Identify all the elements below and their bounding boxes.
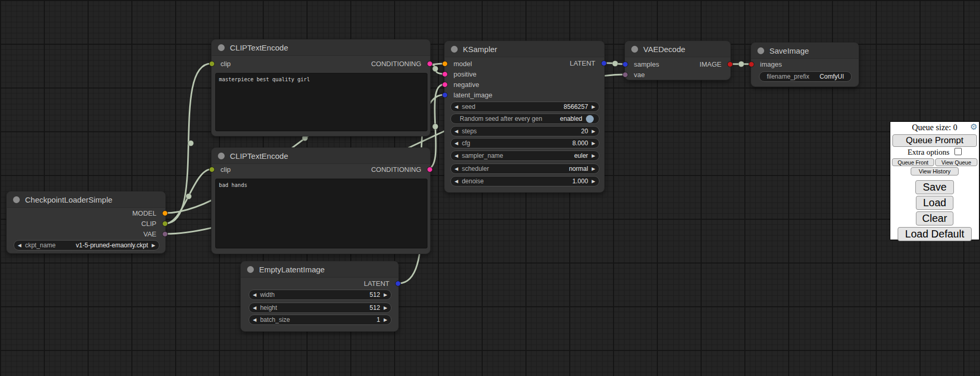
decrement-arrow-icon[interactable]: ◀ [249,290,260,300]
increment-arrow-icon[interactable]: ▶ [148,240,159,250]
port-dot-latent[interactable] [622,61,628,67]
node-ksampler[interactable]: KSampler model positive negative latent_… [444,41,605,193]
node-title-bar[interactable]: SaveImage [751,43,859,59]
output-port-latent[interactable]: LATENT [570,60,604,67]
link-midpoint-dot[interactable] [186,194,192,199]
scheduler-widget[interactable]: ◀ scheduler normal ▶ [450,164,599,174]
decrement-arrow-icon[interactable]: ◀ [249,303,260,313]
increment-arrow-icon[interactable]: ▶ [588,138,599,148]
port-dot-latent[interactable] [442,92,448,98]
save-button[interactable]: Save [915,180,954,194]
collapse-dot-icon[interactable] [451,46,458,53]
output-port-vae[interactable]: VAE [143,231,165,238]
port-dot-vae[interactable] [622,72,628,78]
decrement-arrow-icon[interactable]: ◀ [451,138,462,148]
port-dot-latent[interactable] [395,281,401,286]
port-dot-clip[interactable] [209,61,215,67]
collapse-dot-icon[interactable] [13,196,20,203]
input-port-clip[interactable]: clip [212,166,231,173]
cfg-widget[interactable]: ◀ cfg 8.000 ▶ [450,138,599,148]
collapse-dot-icon[interactable] [247,266,254,273]
port-dot-conditioning[interactable] [442,82,448,87]
node-save-image[interactable]: SaveImage images filename_prefix ComfyUI [751,42,859,87]
node-clip-text-encode-negative[interactable]: CLIPTextEncode clip CONDITIONING bad han… [211,147,431,254]
collapse-dot-icon[interactable] [757,47,764,54]
output-port-conditioning[interactable]: CONDITIONING [371,166,430,173]
decrement-arrow-icon[interactable]: ◀ [249,315,260,325]
node-title-bar[interactable]: CheckpointLoaderSimple [7,192,165,208]
width-widget[interactable]: ◀ width 512 ▶ [249,290,391,300]
port-dot-image[interactable] [749,61,754,67]
node-clip-text-encode-positive[interactable]: CLIPTextEncode clip CONDITIONING masterp… [211,39,431,136]
seed-widget[interactable]: ◀ seed 8566257 ▶ [450,102,599,112]
view-history-button[interactable]: View History [911,167,959,176]
input-port-samples[interactable]: samples [625,61,659,68]
port-dot-conditioning[interactable] [427,61,433,67]
sampler-name-widget[interactable]: ◀ sampler_name euler ▶ [450,151,599,161]
input-port-latent-image[interactable]: latent_image [445,92,492,99]
port-dot-model[interactable] [442,61,448,67]
output-port-model[interactable]: MODEL [132,210,165,217]
collapse-dot-icon[interactable] [218,153,225,159]
input-port-negative[interactable]: negative [445,81,479,89]
increment-arrow-icon[interactable]: ▶ [380,315,391,325]
link-midpoint-dot[interactable] [188,141,194,146]
port-dot-conditioning[interactable] [442,71,448,77]
node-title-bar[interactable]: CLIPTextEncode [212,40,430,56]
extra-options-checkbox[interactable] [954,148,962,155]
port-dot-conditioning[interactable] [427,167,433,172]
increment-arrow-icon[interactable]: ▶ [588,151,599,161]
port-dot-clip[interactable] [162,221,168,227]
clear-button[interactable]: Clear [916,211,953,225]
node-title-bar[interactable]: VAEDecode [625,41,730,57]
port-dot-clip[interactable] [209,167,215,172]
decrement-arrow-icon[interactable]: ◀ [451,151,462,161]
batch-size-widget[interactable]: ◀ batch_size 1 ▶ [249,315,391,325]
node-title-bar[interactable]: CLIPTextEncode [212,148,430,164]
link-midpoint-dot[interactable] [612,61,618,67]
node-checkpoint-loader-simple[interactable]: CheckpointLoaderSimple MODEL CLIP VAE ◀ … [6,191,166,254]
increment-arrow-icon[interactable]: ▶ [588,176,599,186]
settings-gear-icon[interactable]: ⚙ [970,122,977,132]
toggle-enabled-icon[interactable] [586,115,594,123]
node-title-bar[interactable]: KSampler [445,41,604,57]
decrement-arrow-icon[interactable]: ◀ [451,176,462,186]
positive-prompt-textarea[interactable]: masterpiece best quality girl [215,73,427,131]
port-dot-model[interactable] [162,210,168,216]
decrement-arrow-icon[interactable]: ◀ [451,126,462,136]
decrement-arrow-icon[interactable]: ◀ [451,164,462,174]
denoise-widget[interactable]: ◀ denoise 1.000 ▶ [450,176,599,186]
port-dot-image[interactable] [727,61,733,67]
input-port-vae[interactable]: vae [625,71,645,79]
load-default-button[interactable]: Load Default [898,227,971,241]
port-dot-latent[interactable] [601,60,607,66]
steps-widget[interactable]: ◀ steps 20 ▶ [450,126,599,136]
increment-arrow-icon[interactable]: ▶ [588,102,599,112]
decrement-arrow-icon[interactable]: ◀ [14,240,25,250]
increment-arrow-icon[interactable]: ▶ [588,126,599,136]
collapse-dot-icon[interactable] [631,46,638,53]
node-empty-latent-image[interactable]: EmptyLatentImage LATENT ◀ width 512 ▶ ◀ … [240,261,399,332]
output-port-conditioning[interactable]: CONDITIONING [371,60,430,68]
link-midpoint-dot[interactable] [433,124,438,130]
collapse-dot-icon[interactable] [218,44,225,51]
height-widget[interactable]: ◀ height 512 ▶ [249,303,391,313]
negative-prompt-textarea[interactable]: bad hands [215,179,427,248]
output-port-image[interactable]: IMAGE [700,61,730,68]
filename-prefix-widget[interactable]: filename_prefix ComfyUI [759,71,852,82]
node-vae-decode[interactable]: VAEDecode samples vae IMAGE [624,41,731,80]
input-port-clip[interactable]: clip [212,60,231,68]
decrement-arrow-icon[interactable]: ◀ [451,102,462,112]
output-port-clip[interactable]: CLIP [141,220,165,228]
input-port-images[interactable]: images [751,61,782,68]
random-seed-toggle-widget[interactable]: Random seed after every gen enabled [450,114,599,124]
link-midpoint-dot[interactable] [433,66,438,72]
port-dot-vae[interactable] [162,231,168,237]
queue-front-button[interactable]: Queue Front [892,158,934,166]
increment-arrow-icon[interactable]: ▶ [588,164,599,174]
input-port-model[interactable]: model [445,60,472,68]
queue-prompt-button[interactable]: Queue Prompt [892,134,977,147]
link-midpoint-dot[interactable] [739,61,744,67]
node-title-bar[interactable]: EmptyLatentImage [241,261,398,278]
load-button[interactable]: Load [916,196,954,210]
